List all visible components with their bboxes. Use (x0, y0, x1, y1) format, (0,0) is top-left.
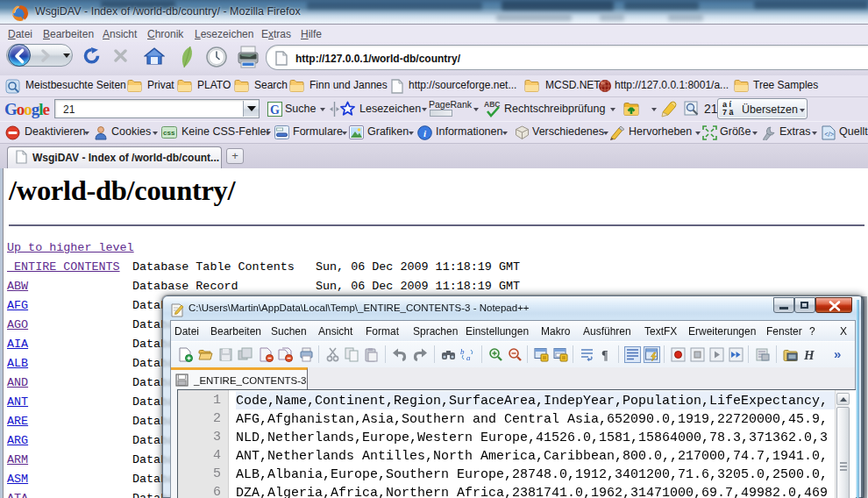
svg-text:H: H (803, 348, 815, 362)
svg-text:b: b (460, 347, 465, 356)
svg-text:</>: </> (824, 131, 835, 139)
svg-text:G: G (270, 103, 280, 117)
svg-text:css: css (163, 129, 175, 137)
svg-text:a: a (466, 353, 471, 362)
svg-text:¶: ¶ (601, 349, 608, 362)
